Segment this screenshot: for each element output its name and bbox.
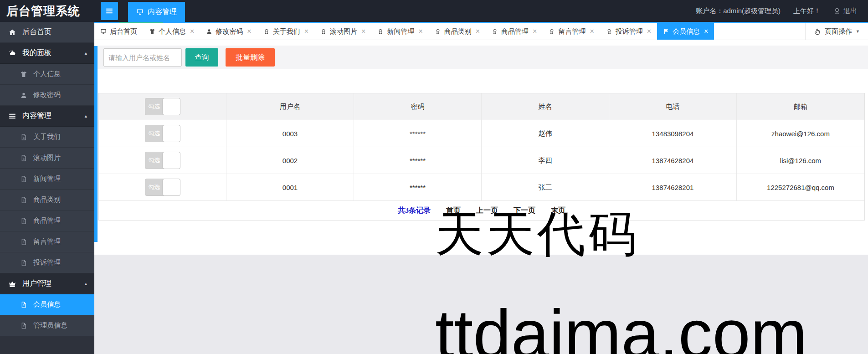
sidebar-item-change-password[interactable]: 修改密码	[0, 85, 94, 106]
toggle-knob	[163, 179, 180, 195]
tab-message-management[interactable]: 留言管理 ×	[543, 23, 600, 40]
cell-password: ******	[354, 147, 482, 174]
hand-pointer-icon	[814, 28, 821, 35]
cell-name: 李四	[482, 147, 609, 174]
cell-username: 0002	[226, 147, 354, 174]
tab-label: 商品管理	[501, 27, 529, 36]
sidebar-item-about-us[interactable]: 关于我们	[0, 127, 94, 148]
sidebar-item-complaint-management[interactable]: 投诉管理	[0, 252, 94, 273]
doc-icon	[20, 217, 27, 225]
tab-label: 新闻管理	[387, 27, 414, 36]
search-button[interactable]: 查询	[185, 48, 218, 67]
toggle-knob	[163, 152, 180, 169]
sidebar-section-content-management[interactable]: 内容管理 ▲	[0, 106, 94, 127]
batch-delete-button[interactable]: 批量删除	[226, 48, 275, 67]
close-icon[interactable]: ×	[704, 28, 708, 35]
sidebar-item-member-info[interactable]: 会员信息	[0, 294, 94, 315]
close-icon[interactable]: ×	[247, 28, 251, 35]
page-actions-label: 页面操作	[825, 27, 852, 36]
row-select-cell: 勾选	[99, 120, 226, 147]
sidebar-item-admin-info[interactable]: 管理员信息	[0, 315, 94, 336]
logout-label: 退出	[843, 7, 857, 15]
topnav-label: 内容管理	[148, 7, 177, 17]
sidebar-item-product-management[interactable]: 商品管理	[0, 210, 94, 231]
sidebar-item-profile[interactable]: 个人信息	[0, 64, 94, 85]
doc-icon	[20, 259, 27, 267]
topnav-content-management[interactable]: 内容管理	[128, 2, 185, 22]
search-input[interactable]	[103, 48, 182, 67]
close-icon[interactable]: ×	[647, 28, 651, 35]
cell-email: 1225272681@qq.com	[737, 174, 864, 200]
tab-carousel-images[interactable]: 滚动图片 ×	[314, 23, 371, 40]
close-icon[interactable]: ×	[190, 28, 194, 35]
monitor-icon	[100, 28, 107, 35]
members-table: 勾选 用户名 密码 姓名 电话 邮箱 勾选	[98, 93, 865, 221]
monitor-icon	[136, 8, 144, 15]
flag-icon	[663, 28, 669, 35]
sidebar-toggle-button[interactable]	[101, 2, 118, 20]
tab-product-category[interactable]: 商品类别 ×	[429, 23, 486, 40]
tab-product-management[interactable]: 商品管理 ×	[486, 23, 543, 40]
row-select-toggle[interactable]: 勾选	[145, 125, 180, 142]
tab-change-password[interactable]: 修改密码 ×	[200, 23, 257, 40]
sidebar-section-user-management[interactable]: 用户管理 ▲	[0, 273, 94, 294]
chevron-up-icon: ▲	[84, 114, 88, 118]
close-icon[interactable]: ×	[418, 28, 422, 35]
page-actions-menu[interactable]: 页面操作 ▼	[805, 23, 868, 40]
accent-scrollbar[interactable]	[94, 46, 98, 242]
chevron-up-icon: ▲	[84, 51, 88, 56]
tab-profile[interactable]: 个人信息 ×	[143, 23, 200, 40]
shirt-icon	[149, 28, 155, 35]
badge-icon	[492, 28, 498, 35]
tab-about-us[interactable]: 关于我们 ×	[257, 23, 314, 40]
greeting-text: 上午好！	[793, 7, 821, 15]
chevron-up-icon: ▲	[84, 282, 88, 286]
tab-label: 个人信息	[159, 27, 186, 36]
menu-icon	[8, 112, 16, 120]
sidebar-item-message-management[interactable]: 留言管理	[0, 231, 94, 252]
sidebar-item-label: 会员信息	[33, 300, 61, 309]
sidebar-item-carousel-images[interactable]: 滚动图片	[0, 148, 94, 169]
close-icon[interactable]: ×	[476, 28, 480, 35]
cell-phone: 13483098204	[609, 120, 737, 147]
navbar-right: 账户名：admin(超级管理员) 上午好！ 退出	[696, 7, 868, 15]
tab-label: 滚动图片	[330, 27, 357, 36]
doc-icon	[20, 301, 27, 308]
close-icon[interactable]: ×	[304, 28, 308, 35]
row-select-toggle[interactable]: 勾选	[145, 152, 180, 169]
close-icon[interactable]: ×	[361, 28, 365, 35]
logout-button[interactable]: 退出	[833, 7, 857, 15]
close-icon[interactable]: ×	[590, 28, 594, 35]
header-name: 姓名	[482, 93, 609, 120]
table-row: 勾选 0001 ****** 张三 13874628201 1225272681…	[99, 174, 864, 201]
select-all-toggle[interactable]: 勾选	[145, 98, 180, 115]
tab-dashboard-home[interactable]: 后台首页	[94, 23, 143, 40]
top-navbar: 后台管理系统 内容管理 账户名：admin(超级管理员) 上午好！ 退出	[0, 0, 868, 22]
badge-icon	[320, 28, 327, 35]
row-select-toggle[interactable]: 勾选	[145, 179, 180, 196]
admin-app: 后台管理系统 内容管理 账户名：admin(超级管理员) 上午好！ 退出 后台首…	[0, 0, 868, 354]
cell-name: 张三	[482, 174, 609, 200]
cell-password: ******	[354, 120, 482, 147]
toggle-knob	[163, 98, 180, 115]
tab-label: 后台首页	[110, 27, 137, 36]
sidebar-filler	[0, 336, 94, 354]
search-toolbar: 查询 批量删除	[98, 46, 868, 69]
tab-news-management[interactable]: 新闻管理 ×	[371, 23, 428, 40]
sidebar-item-label: 商品管理	[33, 216, 61, 225]
sidebar-section-my-panel[interactable]: 我的面板 ▲	[0, 43, 94, 64]
sidebar-item-dashboard-home[interactable]: 后台首页	[0, 22, 94, 43]
tab-complaint-management[interactable]: 投诉管理 ×	[600, 23, 657, 40]
toggle-label: 勾选	[145, 179, 163, 195]
tab-member-info[interactable]: 会员信息 ×	[657, 23, 714, 40]
cell-phone: 13874628201	[609, 174, 737, 200]
sidebar-item-label: 修改密码	[33, 91, 61, 99]
header-email: 邮箱	[737, 93, 864, 120]
cell-phone: 13874628204	[609, 147, 737, 174]
tab-label: 留言管理	[558, 27, 586, 36]
sidebar-item-news-management[interactable]: 新闻管理	[0, 169, 94, 190]
row-select-cell: 勾选	[99, 174, 226, 200]
sidebar-item-product-category[interactable]: 商品类别	[0, 190, 94, 210]
progress-bar-segment	[119, 22, 163, 23]
close-icon[interactable]: ×	[533, 28, 537, 35]
